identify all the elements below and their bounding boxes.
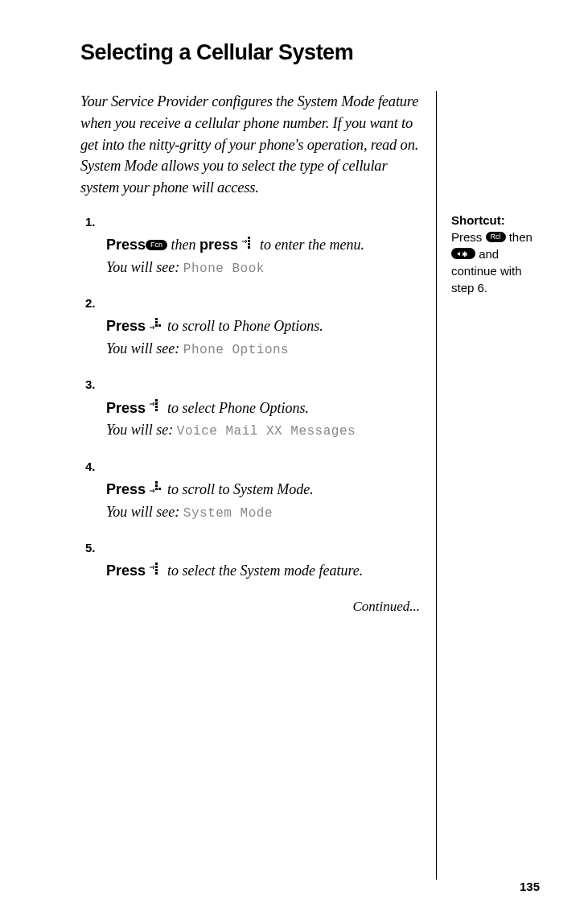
svg-rect-12 xyxy=(155,481,158,484)
step-3: 3. Press to select Phone Options. You wi… xyxy=(106,376,420,441)
svg-rect-5 xyxy=(155,321,158,324)
shortcut-title: Shortcut: xyxy=(451,213,505,227)
display-text: Phone Book xyxy=(183,262,265,276)
svg-rect-15 xyxy=(158,488,161,490)
shortcut-text: Press xyxy=(451,230,486,244)
svg-rect-0 xyxy=(248,237,250,239)
continued-label: Continued... xyxy=(106,599,420,615)
svg-rect-6 xyxy=(155,324,158,327)
shortcut-box: Shortcut: Press Rcl then ✱ and continue … xyxy=(451,212,540,296)
star-key-icon: ✱ xyxy=(451,248,475,258)
step-4: 4. Press to scroll to System Mode. You w… xyxy=(106,458,420,523)
svg-rect-10 xyxy=(155,406,158,408)
svg-rect-19 xyxy=(155,572,158,575)
step-5: 5. Press to select the System mode featu… xyxy=(106,539,420,583)
svg-rect-9 xyxy=(155,402,158,405)
press-label: Press xyxy=(106,400,146,416)
step-number: 3. xyxy=(85,376,106,394)
press-label: Press xyxy=(106,237,146,253)
step-list: 1. PressFcn then press to enter the menu… xyxy=(106,213,420,615)
step-1: 1. PressFcn then press to enter the menu… xyxy=(106,213,420,278)
step-number: 2. xyxy=(85,295,106,312)
svg-rect-16 xyxy=(155,563,158,565)
svg-rect-4 xyxy=(155,318,158,320)
svg-rect-11 xyxy=(155,409,158,411)
shortcut-text: then xyxy=(506,230,532,244)
display-text: Voice Mail XX Messages xyxy=(177,424,356,439)
step-text: to select the System mode feature. xyxy=(164,563,364,579)
rcl-key-icon: Rcl xyxy=(486,232,506,242)
svg-rect-3 xyxy=(248,246,250,249)
svg-rect-18 xyxy=(155,569,158,571)
svg-rect-14 xyxy=(155,488,158,490)
press-label: Press xyxy=(106,563,146,579)
joystick-right-icon xyxy=(242,234,257,255)
svg-text:✱: ✱ xyxy=(462,250,468,258)
main-column: Your Service Provider configures the Sys… xyxy=(80,91,437,880)
svg-rect-13 xyxy=(155,484,158,487)
joystick-down-icon xyxy=(150,315,164,336)
step-text: to select Phone Options. xyxy=(164,400,309,416)
content-wrap: Your Service Provider configures the Sys… xyxy=(80,91,540,880)
joystick-right-icon xyxy=(150,560,164,581)
display-text: System Mode xyxy=(183,506,273,521)
display-text: Phone Options xyxy=(183,343,289,357)
fcn-key-icon: Fcn xyxy=(146,240,167,250)
step-number: 1. xyxy=(85,213,106,231)
step-text: to scroll to System Mode. xyxy=(164,481,314,497)
page-title: Selecting a Cellular System xyxy=(80,40,540,65)
svg-rect-17 xyxy=(155,566,158,568)
page-number: 135 xyxy=(520,880,540,893)
sidebar-column: Shortcut: Press Rcl then ✱ and continue … xyxy=(437,91,540,880)
svg-rect-8 xyxy=(155,399,158,402)
step-text: then xyxy=(167,237,199,253)
see-label: You will see: xyxy=(106,504,179,520)
svg-rect-7 xyxy=(158,324,161,327)
step-text: to enter the menu. xyxy=(257,237,364,253)
step-text: to scroll to Phone Options. xyxy=(164,318,323,334)
intro-paragraph: Your Service Provider configures the Sys… xyxy=(80,91,420,199)
press-label: press xyxy=(199,237,238,253)
svg-rect-2 xyxy=(248,243,250,245)
see-label: You will see: xyxy=(106,259,179,275)
step-number: 5. xyxy=(85,539,106,557)
see-label: You will se: xyxy=(106,422,173,438)
joystick-right-icon xyxy=(150,397,164,418)
press-label: Press xyxy=(106,318,146,334)
see-label: You will see: xyxy=(106,340,179,356)
press-label: Press xyxy=(106,481,146,497)
svg-rect-1 xyxy=(248,240,250,242)
step-number: 4. xyxy=(85,458,106,476)
joystick-down-icon xyxy=(150,479,164,500)
step-2: 2. Press to scroll to Phone Options. You… xyxy=(106,295,420,360)
